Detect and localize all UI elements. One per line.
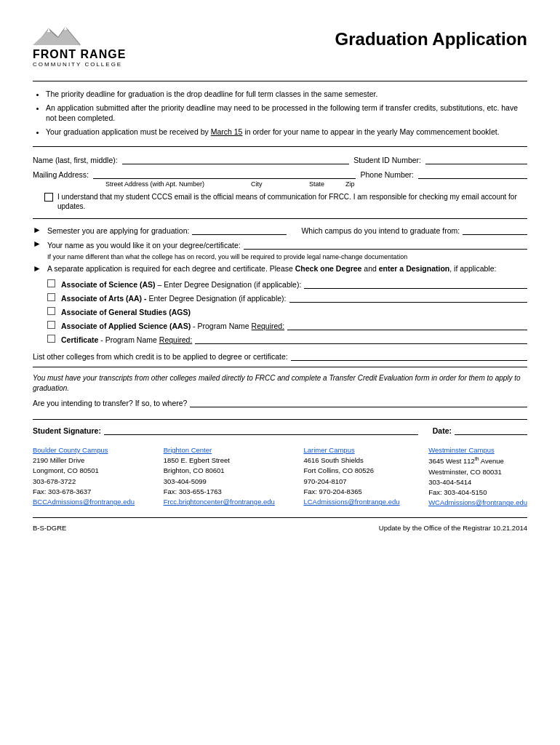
boulder-campus-name[interactable]: Boulder County Campus (33, 445, 135, 455)
boulder-fax: Fax: 303-678-3637 (33, 487, 135, 497)
boulder-address1: 2190 Miller Drive (33, 455, 135, 466)
bottom-bar: B-S-DGRE Update by the Office of the Reg… (33, 524, 527, 532)
signature-label: Student Signature: (33, 426, 101, 435)
mountain-logo-icon (33, 22, 84, 47)
degree-aa-row: Associate of Arts (AA) - Enter Degree De… (47, 293, 527, 303)
westminster-fax: Fax: 303-404-5150 (428, 487, 527, 498)
larimer-email[interactable]: LCAdmissions@frontrange.edu (303, 497, 399, 507)
student-signature-row: Student Signature: (33, 426, 418, 435)
degree-aa-checkbox[interactable] (47, 293, 55, 301)
degree-name-field-row: ► Your name as you would like it on your… (33, 239, 527, 249)
separate-app-row: ► A separate application is required for… (33, 263, 527, 274)
bullet-2: An application submitted after the prior… (46, 103, 527, 124)
address-row: Mailing Address: Phone Number: (33, 169, 527, 179)
semester-label: Semester you are applying for graduation… (47, 226, 190, 235)
info-bullets: The priority deadline for graduation is … (33, 89, 527, 138)
campus-larimer: Larimer Campus 4616 South Shields Fort C… (303, 445, 399, 509)
signature-field[interactable] (104, 426, 418, 435)
larimer-fax: Fax: 970-204-8365 (303, 487, 399, 497)
graduation-section: ► Semester you are applying for graduati… (33, 225, 527, 344)
brighton-address1: 1850 E. Egbert Street (164, 455, 275, 466)
arrow-3-icon: ► (33, 263, 41, 274)
city-sub-label: City (251, 180, 309, 188)
bullet-3: Your graduation application must be rece… (46, 127, 527, 138)
svg-marker-1 (64, 25, 67, 30)
semester-field[interactable] (192, 226, 287, 235)
degree-as-label: Associate of Science (AS) – Enter Degree… (61, 280, 301, 289)
semester-row: ► Semester you are applying for graduati… (33, 225, 527, 235)
degree-aas-field[interactable] (287, 321, 527, 330)
logo-front-range: FRONT RANGE COMMUNITY COLLEGE (33, 49, 126, 68)
westminster-address2: Westminster, CO 80031 (428, 467, 527, 477)
degree-as-checkbox[interactable] (47, 279, 55, 287)
email-checkbox-row: I understand that my student CCCS email … (44, 192, 527, 211)
degree-name-row: ► Your name as you would like it on your… (33, 239, 527, 260)
address-sub-labels: Street Address (with Apt. Number) City S… (105, 180, 527, 188)
state-sub-label: State (309, 180, 345, 188)
brighton-phone: 303-404-5099 (164, 477, 275, 487)
degree-cert-row: Certificate - Program Name Required: (47, 335, 527, 344)
mailing-label: Mailing Address: (33, 170, 89, 179)
degree-as-field[interactable] (304, 279, 527, 289)
boulder-address2: Longmont, CO 80501 (33, 466, 135, 476)
page-header: FRONT RANGE COMMUNITY COLLEGE Graduation… (33, 22, 527, 68)
degree-options: Associate of Science (AS) – Enter Degree… (47, 279, 527, 344)
brighton-campus-name[interactable]: Brighton Center (164, 445, 275, 455)
degree-ags-row: Associate of General Studies (AGS) (47, 307, 527, 316)
footer-divider (33, 517, 527, 518)
phone-field[interactable] (418, 169, 527, 179)
march15-text: March 15 (211, 127, 243, 136)
date-field[interactable] (455, 426, 527, 435)
campus-footer: Boulder County Campus 2190 Miller Drive … (33, 445, 527, 509)
degree-aa-field[interactable] (289, 293, 528, 303)
address-field[interactable] (93, 169, 356, 179)
degree-aas-checkbox[interactable] (47, 321, 55, 329)
larimer-campus-name[interactable]: Larimer Campus (303, 445, 399, 455)
larimer-address2: Fort Collins, CO 80526 (303, 466, 399, 476)
student-id-field[interactable] (425, 154, 527, 164)
brighton-email[interactable]: Frcc.brightoncenter@frontrange.edu (164, 497, 275, 507)
boulder-email[interactable]: BCCAdmissions@frontrange.edu (33, 497, 135, 507)
update-info: Update by the Office of the Registrar 10… (379, 524, 527, 532)
degree-ags-checkbox[interactable] (47, 307, 55, 315)
campus-field[interactable] (463, 226, 527, 235)
transfer-field[interactable] (190, 398, 527, 407)
degree-as-row: Associate of Science (AS) – Enter Degree… (47, 279, 527, 289)
degree-cert-checkbox[interactable] (47, 335, 55, 343)
name-label: Name (last, first, middle): (33, 156, 118, 164)
campus-boulder: Boulder County Campus 2190 Miller Drive … (33, 445, 135, 509)
header-divider (33, 81, 527, 81)
brighton-address2: Brighton, CO 80601 (164, 466, 275, 476)
street-sub-label: Street Address (with Apt. Number) (105, 180, 251, 188)
degree-aa-label: Associate of Arts (AA) - Enter Degree De… (61, 294, 287, 303)
brighton-fax: Fax: 303-655-1763 (164, 487, 275, 497)
list-colleges-field[interactable] (291, 351, 527, 361)
degree-ags-label: Associate of General Studies (AGS) (61, 308, 191, 316)
arrow-1-icon: ► (33, 225, 41, 235)
larimer-address1: 4616 South Shields (303, 455, 399, 466)
phone-label: Phone Number: (360, 170, 414, 179)
degree-cert-field[interactable] (195, 335, 527, 344)
boulder-phone: 303-678-3722 (33, 477, 135, 487)
email-checkbox[interactable] (44, 193, 53, 202)
westminster-email[interactable]: WCAdmissions@frontrange.edu (428, 498, 527, 508)
westminster-phone: 303-404-5414 (428, 477, 527, 487)
date-label: Date: (433, 426, 452, 435)
email-checkbox-label: I understand that my student CCCS email … (57, 192, 527, 211)
date-row: Date: (433, 426, 527, 435)
degree-name-field[interactable] (244, 240, 527, 250)
name-field[interactable] (122, 154, 350, 164)
name-change-note: If your name different than what the col… (47, 253, 527, 260)
transfer-row: Are you intending to transfer? If so, to… (33, 398, 527, 407)
bullet-1: The priority deadline for graduation is … (46, 89, 527, 100)
personal-info-section: Name (last, first, middle): Student ID N… (33, 154, 527, 211)
campus-brighton: Brighton Center 1850 E. Egbert Street Br… (164, 445, 275, 509)
westminster-campus-name[interactable]: Westminster Campus (428, 445, 527, 455)
enter-designation-text: enter a Designation (379, 264, 449, 273)
form-code: B-S-DGRE (33, 524, 66, 532)
transfer-label: Are you intending to transfer? If so, to… (33, 399, 187, 407)
campus-westminster: Westminster Campus 3645 West 112th Avenu… (428, 445, 527, 509)
section-divider-4 (33, 419, 527, 420)
student-id-label: Student ID Number: (353, 156, 421, 164)
degree-aas-label: Associate of Applied Science (AAS) - Pro… (61, 322, 284, 330)
